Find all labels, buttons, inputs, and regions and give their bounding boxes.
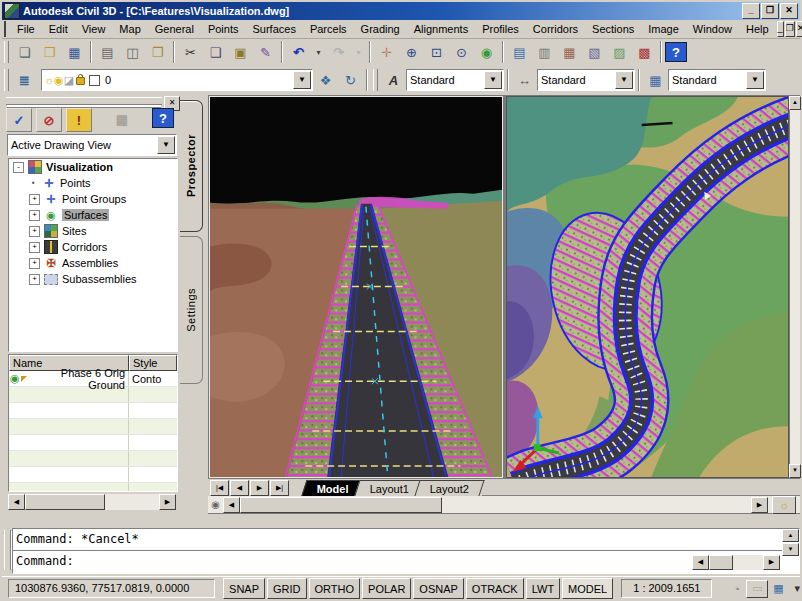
menu-image[interactable]: Image [641,21,686,37]
help-icon[interactable]: ? [665,42,687,62]
preview-toggle-icon[interactable]: ⊘ [36,108,62,132]
toggle-grid[interactable]: GRID [267,578,307,599]
status-menu-caret-icon[interactable]: ▾ [794,582,800,595]
item-view-icon[interactable]: ✓ [6,108,32,132]
scroll-right-icon[interactable]: ▶ [751,497,768,513]
scroll-down-icon[interactable]: ▼ [789,464,801,478]
paste-icon[interactable]: ▣ [228,40,253,64]
match-properties-icon[interactable]: ✎ [253,40,278,64]
menu-points[interactable]: Points [201,21,246,37]
palette-grip[interactable] [6,97,162,105]
undo-icon[interactable]: ↶ [286,40,311,64]
tool-palettes-icon[interactable]: ▦ [557,40,582,64]
expand-icon[interactable]: + [29,194,40,205]
close-button[interactable]: ✕ [780,3,798,19]
chevron-down-icon[interactable]: ▼ [484,71,502,89]
menu-parcels[interactable]: Parcels [303,21,354,37]
dim-style-select[interactable]: Standard ▼ [537,69,635,91]
pan-icon[interactable]: ✛ [374,40,399,64]
publish-icon[interactable]: ❐ [145,40,170,64]
menu-map[interactable]: Map [112,21,147,37]
dim-style-icon[interactable]: ↔ [512,68,537,92]
toggle-lwt[interactable]: LWT [526,578,560,599]
layer-select[interactable]: ☼ ◉ ◪ 0 ▼ [41,69,313,91]
tab-first-icon[interactable]: |◀ [210,480,229,496]
menu-help[interactable]: Help [739,21,776,37]
expand-icon[interactable]: + [29,258,40,269]
scroll-right-icon[interactable]: ▶ [159,494,176,510]
command-history[interactable]: Command: *Cancel* Command: [12,528,800,574]
scroll-origin-icon[interactable]: ◉ [208,498,223,512]
tree-item-assemblies[interactable]: + ✠ Assemblies [9,255,177,271]
open-icon[interactable]: ❒ [37,40,62,64]
minimize-button[interactable]: _ [742,3,760,19]
zoom-realtime-icon[interactable]: ⊕ [399,40,424,64]
properties-icon[interactable]: ▤ [507,40,532,64]
toolbar-grip[interactable] [373,69,378,91]
chevron-down-icon[interactable]: ▼ [746,71,764,89]
command-vscrollbar[interactable]: ▲ ▼ [782,529,797,553]
tab-settings[interactable]: Settings [180,236,203,384]
menu-surfaces[interactable]: Surfaces [245,21,302,37]
toolspace-hscrollbar[interactable]: ◀ ▶ [8,494,176,510]
scroll-thumb[interactable] [709,555,733,570]
command-grip[interactable] [4,530,11,570]
toggle-snap[interactable]: SNAP [223,578,265,599]
viewport-plan[interactable] [506,96,789,478]
scroll-left-icon[interactable]: ◀ [692,555,709,570]
tree-item-point-groups[interactable]: + ✛ Point Groups [9,191,177,207]
command-hscrollbar[interactable]: ◀ ▶ [692,555,780,570]
menu-grading[interactable]: Grading [354,21,407,37]
plot-icon[interactable]: ▤ [95,40,120,64]
event-viewer-icon[interactable]: ! [66,108,92,132]
toggle-osnap[interactable]: OSNAP [413,578,464,599]
doc-restore-button[interactable]: ❐ [785,21,795,37]
doc-close-button[interactable]: ✕ [796,21,802,37]
plot-preview-icon[interactable]: ◫ [120,40,145,64]
sheetset-manager-icon[interactable]: ▧ [582,40,607,64]
zoom-window-icon[interactable]: ⊡ [424,40,449,64]
table-style-icon[interactable]: ▦ [643,68,668,92]
title-bar[interactable]: Autodesk Civil 3D - [C:\Features\Visuali… [2,2,800,20]
scroll-thumb[interactable] [240,497,442,513]
text-style-icon[interactable]: A [381,68,406,92]
collapse-icon[interactable]: - [13,162,24,173]
make-layer-current-icon[interactable]: ❖ [313,68,338,92]
text-style-select[interactable]: Standard ▼ [406,69,504,91]
toggle-polar[interactable]: POLAR [362,578,411,599]
expand-icon[interactable]: + [29,242,40,253]
restore-button[interactable]: ❐ [761,3,779,19]
save-icon[interactable]: ▦ [62,40,87,64]
scroll-right-icon[interactable]: ▶ [763,555,780,570]
toggle-model[interactable]: MODEL [562,578,613,599]
zoom-previous-icon[interactable]: ⊙ [449,40,474,64]
view-selector[interactable]: Active Drawing View ▼ [7,134,177,156]
expand-icon[interactable]: + [29,210,40,221]
toggle-ortho[interactable]: ORTHO [309,578,361,599]
toggle-otrack[interactable]: OTRACK [466,578,524,599]
undo-dropdown-icon[interactable]: ▾ [311,40,326,64]
document-icon[interactable] [4,21,6,37]
menu-general[interactable]: General [148,21,201,37]
scroll-left-icon[interactable]: ◀ [8,494,25,510]
scale-readout[interactable]: 1 : 2009.1651 [621,579,712,598]
redo-dropdown-icon[interactable]: ▾ [351,40,366,64]
chevron-down-icon[interactable]: ▼ [615,71,633,89]
viewport-perspective[interactable] [209,96,503,478]
new-icon[interactable]: ❏ [12,40,37,64]
command-prompt[interactable]: Command: [13,551,799,572]
scroll-up-icon[interactable]: ▲ [789,96,801,110]
lightbulb-icon[interactable]: ☼ [772,496,796,514]
tab-prev-icon[interactable]: ◀ [230,480,249,496]
db-connect-icon[interactable]: ▩ [632,40,657,64]
scroll-down-icon[interactable]: ▼ [782,543,799,556]
menu-sections[interactable]: Sections [585,21,641,37]
tab-last-icon[interactable]: ▶| [270,480,289,496]
orbit-icon[interactable]: ◉ [474,40,499,64]
doc-minimize-button[interactable]: _ [777,21,784,37]
toolspace-help-icon[interactable]: ? [152,108,174,128]
chevron-down-icon[interactable]: ▼ [157,136,175,154]
tab-next-icon[interactable]: ▶ [250,480,269,496]
menu-alignments[interactable]: Alignments [407,21,475,37]
menu-edit[interactable]: Edit [42,21,75,37]
